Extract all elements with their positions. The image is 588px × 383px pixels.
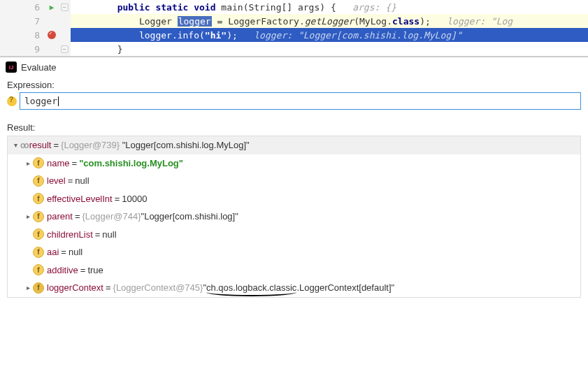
fold-close-icon[interactable]: − — [58, 42, 71, 56]
code-content[interactable]: Logger logger = LoggerFactory.getLogger(… — [71, 16, 588, 27]
field-name: loggerContext — [47, 281, 103, 295]
field-name: name — [47, 157, 70, 171]
field-row[interactable]: fadditive=true — [8, 261, 580, 280]
field-row[interactable]: floggerContext={LoggerContext@745} "ch.q… — [8, 279, 580, 297]
field-value: "ch.qos.logback.classic.LoggerContext[de… — [203, 281, 394, 295]
field-name: childrenList — [47, 228, 93, 242]
field-badge-icon: f — [33, 175, 44, 187]
result-tree[interactable]: oo result = {Logger@739} "Logger[com.shi… — [7, 136, 581, 298]
evaluate-panel: IJ Evaluate Expression: logger Result: o… — [0, 57, 588, 302]
code-editor: 6 ▶ − public static void main(String[] a… — [0, 0, 588, 57]
chevron-right-icon[interactable] — [23, 158, 33, 168]
chevron-down-icon[interactable] — [10, 140, 20, 150]
result-type: {Logger@739} — [61, 138, 120, 152]
gutter-empty — [58, 14, 71, 28]
bulb-icon[interactable] — [7, 96, 17, 106]
field-row[interactable]: fparent={Logger@744} "Logger[com.shishi.… — [8, 208, 580, 226]
field-badge-icon: f — [33, 264, 44, 275]
selected-token: logger — [178, 16, 212, 27]
intellij-icon: IJ — [6, 62, 17, 73]
breakpoint-icon[interactable] — [45, 28, 58, 42]
field-value: "com.shishi.log.MyLog" — [79, 157, 183, 171]
field-row[interactable]: fchildrenList=null — [8, 226, 580, 244]
line-number: 8 — [0, 28, 45, 42]
field-value: true — [87, 263, 103, 277]
result-root-row[interactable]: oo result = {Logger@739} "Logger[com.shi… — [8, 136, 580, 154]
expression-input[interactable]: logger — [20, 92, 581, 110]
result-label: Result: — [7, 122, 581, 133]
result-name: result — [29, 138, 52, 152]
field-value: "Logger[com.shishi.log]" — [141, 210, 238, 224]
field-row[interactable]: flevel=null — [8, 172, 580, 190]
code-line-9[interactable]: 9 − } — [0, 42, 588, 56]
field-row[interactable]: faai=null — [8, 243, 580, 261]
evaluate-header: IJ Evaluate — [0, 57, 588, 77]
field-type: {Logger@744} — [82, 210, 141, 224]
evaluate-title: Evaluate — [21, 62, 57, 73]
field-value: 10000 — [122, 192, 147, 206]
field-badge-icon: f — [33, 282, 44, 294]
gutter-empty — [58, 28, 71, 42]
expression-label: Expression: — [7, 80, 581, 90]
code-content[interactable]: } — [71, 44, 588, 55]
line-number: 6 — [0, 0, 45, 14]
field-name: level — [47, 174, 66, 188]
field-name: effectiveLevelInt — [47, 192, 113, 206]
gutter-empty — [45, 14, 58, 28]
gutter-empty — [45, 42, 58, 56]
code-line-6[interactable]: 6 ▶ − public static void main(String[] a… — [0, 0, 588, 14]
field-badge-icon: f — [33, 229, 44, 240]
field-badge-icon: f — [33, 157, 44, 168]
field-badge-icon: f — [33, 211, 44, 222]
code-line-8-current[interactable]: 8 logger.info("hi"); logger: "Logger[com… — [0, 28, 588, 42]
field-row[interactable]: feffectiveLevelInt=10000 — [8, 190, 580, 208]
fold-icon[interactable]: − — [58, 0, 71, 14]
code-line-7[interactable]: 7 Logger logger = LoggerFactory.getLogge… — [0, 14, 588, 28]
field-value: null — [75, 174, 89, 188]
run-gutter-icon[interactable]: ▶ — [45, 0, 58, 14]
code-content[interactable]: public static void main(String[] args) {… — [71, 2, 588, 13]
field-value: null — [69, 245, 83, 259]
field-badge-icon: f — [33, 193, 44, 204]
field-type: {LoggerContext@745} — [113, 281, 203, 295]
chevron-right-icon[interactable] — [23, 282, 33, 293]
line-number: 7 — [0, 14, 45, 28]
field-value: null — [102, 228, 116, 242]
field-name: parent — [47, 210, 73, 224]
field-badge-icon: f — [33, 247, 44, 258]
field-row[interactable]: fname="com.shishi.log.MyLog" — [8, 154, 580, 173]
object-icon: oo — [20, 139, 28, 152]
field-name: additive — [47, 263, 78, 277]
line-number: 9 — [0, 42, 45, 56]
result-value: "Logger[com.shishi.log.MyLog]" — [122, 138, 250, 152]
chevron-right-icon[interactable] — [23, 211, 33, 222]
code-content[interactable]: logger.info("hi"); logger: "Logger[com.s… — [71, 30, 588, 41]
field-name: aai — [47, 245, 59, 259]
